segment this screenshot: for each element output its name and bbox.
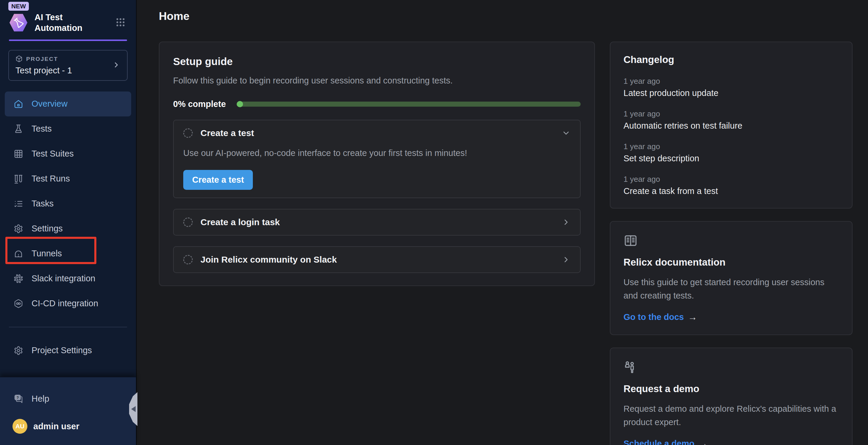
step-title: Create a login task [200,217,280,227]
svg-text:?: ? [17,396,19,400]
sidebar-item-overview[interactable]: Overview [5,92,131,116]
avatar: AU [12,419,27,434]
setup-guide-description: Follow this guide to begin recording use… [173,76,581,85]
sidebar-item-label: Help [32,394,50,404]
main-content: Home Setup guide Follow this guide to be… [137,0,868,445]
dashed-circle-icon [183,255,193,264]
sidebar: NEW AI Test Automation PROJECT Test proj… [0,0,137,445]
chevron-down-icon [562,129,570,138]
arrow-right-icon: → [699,439,708,445]
sidebar-item-label: Test Suites [32,149,74,159]
documentation-description: Use this guide to get started recording … [623,276,839,302]
help-chat-icon: ? [14,393,24,404]
sidebar-item-label: Tasks [32,199,54,209]
request-demo-card: Request a demo Request a demo and explor… [610,348,852,445]
entry-title: Automatic retries on test failure [623,121,839,131]
changelog-entry: 1 year ago Set step description [623,142,839,163]
sidebar-item-label: Test Runs [32,174,70,183]
app-logo-icon [9,13,28,32]
setup-step-create-a-test[interactable]: Create a test Use our AI-powered, no-cod… [173,120,581,198]
setup-step-join-slack[interactable]: Join Relicx community on Slack [173,246,581,273]
box-icon [16,55,23,63]
entry-title: Create a task from a test [623,186,839,196]
project-name: Test project - 1 [16,66,121,75]
project-selector[interactable]: PROJECT Test project - 1 [0,50,136,81]
grid-icon [14,149,24,159]
sidebar-item-label: Tests [32,124,52,134]
changelog-entry: 1 year ago Create a task from a test [623,175,839,196]
chevron-right-icon [562,255,570,264]
step-description: Use our AI-powered, no-code interface to… [183,148,570,158]
link-label: Schedule a demo [623,439,694,445]
sidebar-item-test-runs[interactable]: Test Runs [0,166,136,191]
tunnel-icon [14,249,24,259]
step-title: Join Relicx community on Slack [200,254,337,265]
progress-row: 0% complete [173,99,581,109]
sidebar-item-label: CI-CD integration [32,299,98,308]
changelog-entry: 1 year ago Latest production update [623,77,839,98]
entry-time: 1 year ago [623,175,839,184]
schedule-demo-link[interactable]: Schedule a demo → [623,439,708,445]
sidebar-item-label: Overview [32,99,67,109]
request-demo-title: Request a demo [623,383,839,395]
setup-step-create-login-task[interactable]: Create a login task [173,209,581,236]
slack-icon [14,274,24,284]
ci-cd-icon [14,299,24,309]
request-demo-description: Request a demo and explore Relicx's capa… [623,402,839,429]
sidebar-item-project-settings[interactable]: Project Settings [0,338,136,363]
dashed-circle-icon [183,128,193,138]
sidebar-item-label: Tunnels [32,249,62,259]
chevron-right-icon [562,218,570,227]
entry-title: Latest production update [623,88,839,98]
new-badge: NEW [8,2,29,11]
sidebar-footer: ? Help AU admin user [0,377,136,445]
sidebar-item-tasks[interactable]: Tasks [0,191,136,216]
setup-guide-card: Setup guide Follow this guide to begin r… [159,42,595,286]
arrow-right-icon: → [688,312,697,322]
sidebar-item-test-suites[interactable]: Test Suites [0,141,136,166]
home-icon [14,99,24,109]
user-menu[interactable]: AU admin user [0,419,136,434]
test-tubes-icon [14,174,24,184]
project-eyebrow: PROJECT [26,56,58,62]
sidebar-item-label: Slack integration [32,274,95,283]
changelog-entry: 1 year ago Automatic retries on test fai… [623,109,839,131]
dashed-circle-icon [183,217,193,227]
changelog-card: Changelog 1 year ago Latest production u… [610,42,852,209]
progress-label: 0% complete [173,99,226,109]
entry-time: 1 year ago [623,142,839,151]
app-root: NEW AI Test Automation PROJECT Test proj… [0,0,868,445]
changelog-title: Changelog [623,54,839,65]
tasks-list-icon [14,199,24,209]
sidebar-item-help[interactable]: ? Help [0,386,136,411]
sidebar-item-tunnels[interactable]: Tunnels [0,241,136,266]
documentation-title: Relicx documentation [623,256,839,268]
sidebar-item-ci-cd-integration[interactable]: CI-CD integration [0,291,136,316]
collapse-arrow-icon [131,406,136,412]
link-label: Go to the docs [623,312,684,322]
sidebar-item-label: Settings [32,224,63,234]
chevron-right-icon [112,61,121,70]
gear-icon [14,224,24,234]
progress-bar [237,102,581,107]
gear-icon [14,345,24,355]
sidebar-divider [9,327,127,328]
flask-icon [14,124,24,134]
user-name: admin user [33,421,80,431]
users-icon [623,360,839,375]
sidebar-item-slack-integration[interactable]: Slack integration [0,266,136,291]
apps-grid-icon[interactable] [114,16,127,30]
go-to-docs-link[interactable]: Go to the docs → [623,312,697,322]
sidebar-item-tests[interactable]: Tests [0,116,136,141]
entry-time: 1 year ago [623,109,839,118]
right-column: Changelog 1 year ago Latest production u… [610,42,852,445]
create-test-button[interactable]: Create a test [183,170,253,190]
app-title: AI Test Automation [34,12,88,34]
entry-title: Set step description [623,153,839,163]
sidebar-item-settings[interactable]: Settings [0,216,136,241]
progress-knob [237,101,243,107]
brand-underline [9,39,127,41]
setup-guide-title: Setup guide [173,56,581,67]
book-icon [623,234,839,249]
page-title: Home [159,10,852,23]
